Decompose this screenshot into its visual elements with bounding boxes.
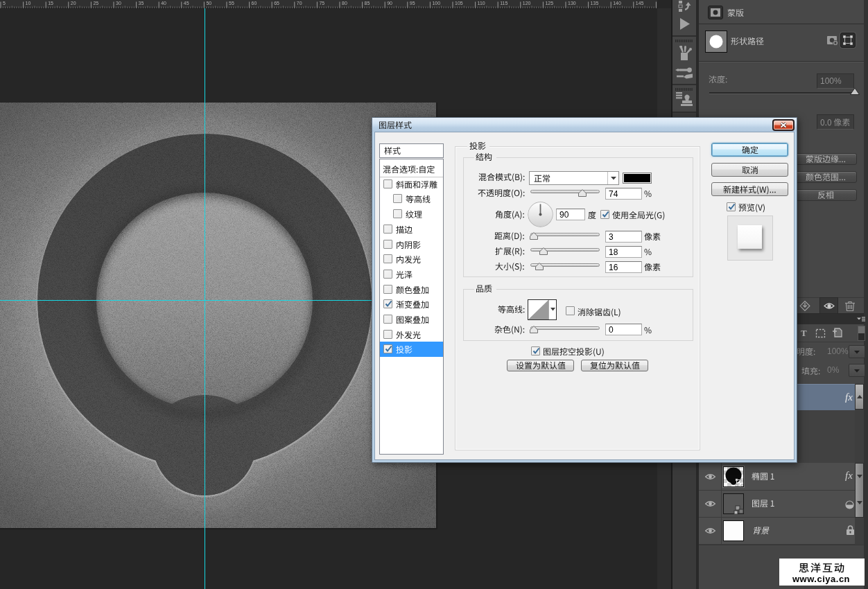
- svg-text:110: 110: [478, 1, 485, 6]
- svg-text:20: 20: [71, 1, 76, 6]
- svg-text:80: 80: [342, 1, 347, 6]
- svg-text:5: 5: [3, 1, 6, 6]
- svg-text:85: 85: [365, 1, 370, 6]
- svg-text:30: 30: [116, 1, 121, 6]
- svg-text:75: 75: [319, 1, 324, 6]
- svg-text:135: 135: [591, 1, 599, 6]
- svg-text:45: 45: [184, 1, 189, 6]
- svg-text:40: 40: [161, 1, 166, 6]
- svg-text:130: 130: [568, 1, 576, 6]
- svg-text:60: 60: [252, 1, 257, 6]
- svg-text:35: 35: [139, 1, 144, 6]
- svg-text:55: 55: [229, 1, 234, 6]
- svg-text:115: 115: [500, 1, 507, 6]
- svg-text:145: 145: [636, 1, 644, 6]
- svg-text:10: 10: [26, 1, 31, 6]
- svg-text:95: 95: [410, 1, 415, 6]
- svg-text:15: 15: [48, 1, 53, 6]
- svg-text:120: 120: [523, 1, 531, 6]
- svg-text:50: 50: [206, 1, 211, 6]
- svg-text:100: 100: [432, 1, 440, 6]
- svg-text:105: 105: [455, 1, 463, 6]
- svg-text:25: 25: [93, 1, 98, 6]
- svg-text:140: 140: [613, 1, 621, 6]
- svg-text:65: 65: [274, 1, 279, 6]
- svg-text:70: 70: [297, 1, 302, 6]
- svg-text:90: 90: [387, 1, 392, 6]
- svg-text:125: 125: [545, 1, 553, 6]
